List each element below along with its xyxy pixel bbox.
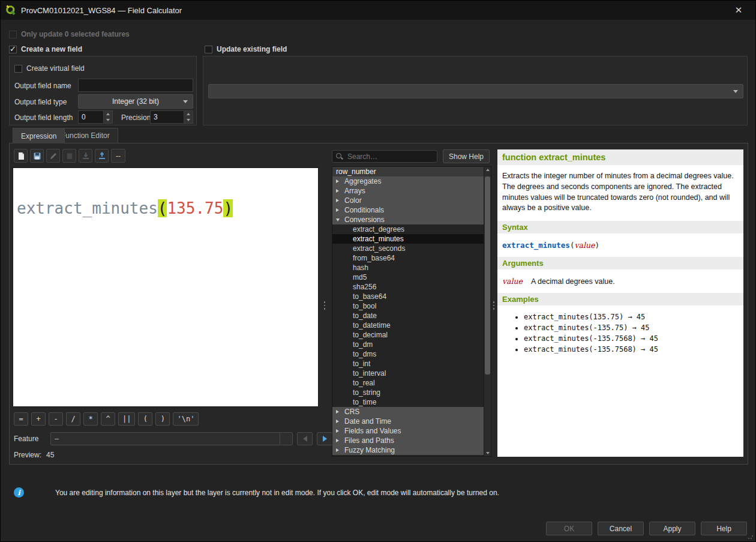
tree-item-Fields and Values[interactable]: Fields and Values (332, 426, 484, 436)
operator-button[interactable]: ( (138, 412, 152, 426)
chevron-right-icon[interactable] (336, 410, 344, 414)
operator-button[interactable]: / (66, 412, 80, 426)
tree-item-to_dm[interactable]: to_dm (332, 340, 484, 349)
spin-up-icon[interactable] (187, 113, 190, 115)
splitter-handle[interactable] (492, 294, 496, 318)
tree-item-to_dms[interactable]: to_dms (332, 349, 484, 359)
feature-combobox[interactable]: – (50, 432, 293, 445)
operator-button[interactable]: * (83, 412, 98, 426)
tree-item-to_bool[interactable]: to_bool (332, 301, 484, 311)
chevron-right-icon[interactable] (336, 179, 344, 183)
export-expressions-icon[interactable] (95, 149, 109, 163)
save-expression-icon[interactable] (30, 149, 44, 163)
tab-expression[interactable]: Expression (13, 128, 65, 143)
output-field-name-input[interactable] (78, 79, 193, 92)
operator-button[interactable]: ^ (101, 412, 115, 426)
spin-up-icon[interactable] (106, 113, 110, 115)
create-virtual-field-checkbox-row[interactable]: Create virtual field (14, 64, 85, 73)
close-icon[interactable]: ✕ (728, 1, 749, 20)
only-update-checkbox-row[interactable]: Only update 0 selected features (9, 29, 130, 39)
create-new-field-checkbox[interactable] (9, 46, 17, 53)
edit-expression-icon[interactable] (46, 149, 60, 163)
help-button[interactable]: Help (701, 522, 747, 535)
only-update-checkbox[interactable] (9, 31, 17, 38)
tree-item-to_base64[interactable]: to_base64 (332, 292, 484, 301)
precision-spinner[interactable]: 3 (150, 110, 193, 124)
tree-item-Fuzzy Matching[interactable]: Fuzzy Matching (332, 445, 484, 455)
spinner-arrows[interactable] (103, 111, 112, 123)
tree-item-sha256[interactable]: sha256 (332, 282, 484, 292)
resize-grip[interactable] (748, 534, 754, 540)
operator-button[interactable]: = (14, 412, 28, 426)
chevron-down-icon[interactable] (336, 218, 344, 221)
apply-button[interactable]: Apply (649, 522, 695, 535)
chevron-right-icon[interactable] (336, 448, 344, 452)
tree-item-extract_minutes[interactable]: extract_minutes (332, 234, 484, 244)
tree-item-to_date[interactable]: to_date (332, 311, 484, 321)
create-virtual-field-label: Create virtual field (26, 64, 85, 73)
tree-item-Date and Time[interactable]: Date and Time (332, 417, 484, 426)
search-input[interactable] (346, 152, 427, 161)
tree-item-Aggregates[interactable]: Aggregates (332, 176, 484, 186)
spinner-arrows[interactable] (184, 111, 193, 123)
tree-item-row_number[interactable]: row_number (332, 167, 484, 176)
chevron-right-icon[interactable] (336, 199, 344, 202)
tree-item-Conversions[interactable]: Conversions (332, 215, 484, 224)
tree-item-to_real[interactable]: to_real (332, 378, 484, 388)
tree-item-to_decimal[interactable]: to_decimal (332, 330, 484, 340)
tree-item-extract_seconds[interactable]: extract_seconds (332, 244, 484, 253)
tree-item-md5[interactable]: md5 (332, 273, 484, 282)
tree-item-to_time[interactable]: to_time (332, 397, 484, 407)
expression-editor[interactable]: extract_minutes(135.75) (13, 167, 319, 407)
new-expression-icon[interactable] (14, 149, 28, 163)
tree-item-Arrays[interactable]: Arrays (332, 186, 484, 196)
chevron-right-icon[interactable] (336, 189, 344, 193)
output-field-length-spinner[interactable]: 0 (78, 110, 113, 124)
existing-field-combobox[interactable] (208, 84, 743, 98)
scroll-down-icon[interactable] (486, 452, 490, 454)
tree-item-Color[interactable]: Color (332, 196, 484, 205)
tree-item-label: Conversions (344, 215, 385, 224)
operator-button[interactable]: '\n' (173, 412, 199, 426)
tree-item-from_base64[interactable]: from_base64 (332, 253, 484, 263)
tree-item-to_int[interactable]: to_int (332, 359, 484, 369)
chevron-right-icon[interactable] (336, 439, 344, 442)
spin-down-icon[interactable] (106, 119, 110, 121)
chevron-down-icon[interactable] (280, 433, 292, 445)
import-expressions-icon[interactable] (79, 149, 92, 163)
remove-expression-icon[interactable] (62, 149, 76, 163)
splitter-handle[interactable] (323, 294, 326, 318)
dash-button[interactable]: -- (111, 149, 125, 163)
operator-button[interactable]: - (49, 412, 63, 426)
tree-item-Files and Paths[interactable]: Files and Paths (332, 436, 484, 445)
spin-down-icon[interactable] (187, 119, 190, 121)
update-existing-field-checkbox-row[interactable]: Update existing field (205, 44, 287, 54)
operator-button[interactable]: + (31, 412, 46, 426)
operator-button[interactable]: || (118, 412, 135, 426)
previous-feature-button[interactable] (297, 432, 313, 445)
operator-button[interactable]: ) (155, 412, 170, 426)
scroll-up-icon[interactable] (486, 169, 490, 171)
tree-item-extract_degrees[interactable]: extract_degrees (332, 224, 484, 234)
tree-item-hash[interactable]: hash (332, 263, 484, 273)
ok-button[interactable]: OK (546, 522, 592, 535)
cancel-button[interactable]: Cancel (598, 522, 644, 535)
show-help-button[interactable]: Show Help (443, 149, 490, 163)
tree-item-Conditionals[interactable]: Conditionals (332, 205, 484, 215)
update-existing-field-checkbox[interactable] (205, 46, 212, 53)
chevron-right-icon[interactable] (336, 420, 344, 423)
tree-item-to_datetime[interactable]: to_datetime (332, 321, 484, 330)
chevron-right-icon[interactable] (336, 429, 344, 433)
create-virtual-field-checkbox[interactable] (14, 65, 22, 73)
chevron-right-icon[interactable] (336, 208, 344, 212)
function-search-box[interactable] (332, 150, 437, 163)
tree-item-CRS[interactable]: CRS (332, 407, 484, 417)
next-feature-button[interactable] (317, 432, 332, 445)
tree-item-to_string[interactable]: to_string (332, 388, 484, 397)
create-new-field-checkbox-row[interactable]: Create a new field (9, 44, 82, 54)
feature-row: Feature – (14, 432, 332, 445)
scrollbar-thumb[interactable] (485, 176, 490, 375)
tree-scrollbar[interactable] (484, 167, 491, 456)
output-field-type-combobox[interactable]: Integer (32 bit) (78, 94, 193, 109)
tree-item-to_interval[interactable]: to_interval (332, 369, 484, 378)
